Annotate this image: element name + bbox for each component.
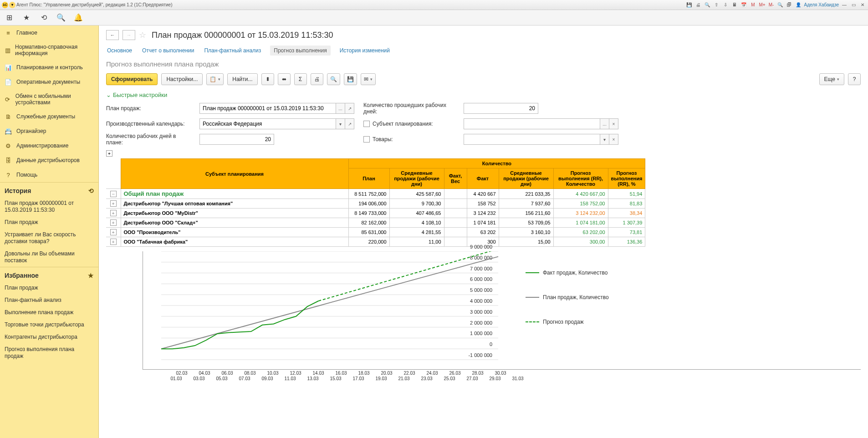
download-icon[interactable]: ⇩ (722, 1, 729, 9)
goods-input[interactable] (464, 134, 600, 145)
row-expand-button[interactable]: + (110, 229, 117, 235)
history-item[interactable]: Довольны ли Вы объемами поставок (0, 248, 98, 267)
nav-item[interactable]: 🗎Служебные документы (0, 109, 98, 124)
quick-settings-header[interactable]: ⌄ Быстрые настройки (106, 92, 861, 98)
user-name[interactable]: Аделя Хабаидзе (804, 2, 839, 7)
star-icon[interactable]: ★ (22, 13, 31, 22)
maximize-icon[interactable]: ▭ (850, 1, 857, 9)
calendar-icon[interactable]: 📅 (740, 1, 747, 9)
favorite-item[interactable]: Торговые точки дистрибьютора (0, 319, 98, 331)
calendar-open-button[interactable]: ↗ (345, 118, 354, 129)
expand-button[interactable]: ⬍ (261, 73, 274, 85)
windows-icon[interactable]: 🗐 (786, 1, 793, 9)
favorite-item[interactable]: План-фактный анализ (0, 294, 98, 306)
favorite-item[interactable]: Выполнение плана продаж (0, 306, 98, 319)
find-button[interactable]: Найти... (227, 73, 257, 85)
calendar-dd-button[interactable]: ▾ (336, 118, 345, 129)
subject-clear-button[interactable]: × (609, 118, 618, 129)
nav-item[interactable]: ⚙Администрирование (0, 138, 98, 153)
save-button[interactable]: 💾 (344, 73, 357, 85)
goods-checkbox[interactable] (363, 136, 370, 143)
row-expand-button[interactable]: – (110, 191, 117, 197)
goods-dd-button[interactable]: ▾ (600, 134, 609, 145)
save-icon[interactable]: 💾 (685, 1, 693, 9)
m-icon[interactable]: M (749, 1, 756, 9)
goods-clear-button[interactable]: × (609, 134, 618, 145)
nav-item[interactable]: 🗄Данные дистрибьюторов (0, 153, 98, 168)
subject-select-button[interactable]: ... (600, 118, 609, 129)
zoom-icon[interactable]: 🔍 (776, 1, 784, 9)
table-row[interactable]: + Дистрибьютор "Лучшая оптовая компания"… (106, 199, 645, 209)
nav-forward-button[interactable]: → (123, 30, 135, 40)
favorite-star-icon[interactable]: ☆ (139, 30, 146, 40)
history-icon[interactable]: ⟲ (39, 13, 48, 22)
table-row[interactable]: + Дистрибьютор ООО "MyDistr"8 149 733,00… (106, 209, 645, 218)
nav-item[interactable]: 📇Органайзер (0, 124, 98, 138)
search-icon[interactable]: 🔍 (56, 13, 66, 22)
favorites-star-icon[interactable]: ★ (88, 272, 94, 279)
plan-open-button[interactable]: ↗ (345, 103, 354, 114)
apps-icon[interactable]: ⊞ (5, 13, 14, 22)
settings-button[interactable]: Настройки... (161, 73, 203, 85)
favorite-item[interactable]: Прогноз выполнения плана продаж (0, 343, 98, 362)
row-expand-button[interactable]: + (110, 200, 117, 207)
history-reload-icon[interactable]: ⟲ (88, 187, 94, 194)
expand-all-button[interactable]: + (106, 150, 112, 157)
tab[interactable]: Прогноз выполнения (270, 46, 330, 56)
help-button[interactable]: ? (848, 73, 861, 85)
app-title: Агент Плюс: "Управление дистрибуцией", р… (16, 2, 172, 7)
plan-select-button[interactable]: ... (336, 103, 345, 114)
row-expand-button[interactable]: + (110, 239, 117, 245)
more-button[interactable]: Еще▾ (819, 73, 844, 85)
sum-button[interactable]: Σ (294, 73, 307, 85)
workdays-label: Количество рабочих дней в плане: (106, 133, 190, 146)
table-row[interactable]: + ООО "Табачная фабрика"220,00011,003001… (106, 237, 645, 247)
calendar-input[interactable] (199, 118, 336, 129)
print-button[interactable]: 🖨 (311, 73, 323, 85)
collapse-button[interactable]: ⬌ (278, 73, 291, 85)
workdays-input[interactable] (199, 134, 274, 145)
table-row[interactable]: – Общий план продаж8 511 752,000425 587,… (106, 189, 645, 199)
mplus-icon[interactable]: M+ (758, 1, 766, 9)
nav-item[interactable]: ▥Нормативно-справочная информация (0, 40, 98, 60)
nav-item[interactable]: 📄Оперативные документы (0, 75, 98, 89)
minimize-icon[interactable]: — (841, 1, 848, 9)
history-item[interactable]: План продаж (0, 216, 98, 229)
upload-icon[interactable]: ⇧ (713, 1, 720, 9)
nav-item[interactable]: 📊Планирование и контроль (0, 60, 98, 75)
nav-item[interactable]: ?Помощь (0, 168, 98, 182)
generate-button[interactable]: Сформировать (106, 73, 158, 85)
close-icon[interactable]: ✕ (859, 1, 866, 9)
user-icon: 👤 (795, 1, 802, 9)
tab[interactable]: План-фактный анализ (203, 46, 262, 56)
favorite-item[interactable]: Контрагенты дистрибьютора (0, 331, 98, 343)
tab[interactable]: Основное (106, 46, 133, 56)
nav-item[interactable]: ⟳Обмен с мобильными устройствами (0, 89, 98, 109)
history-item[interactable]: Устраивает ли Вас скорость доставки това… (0, 229, 98, 248)
bell-icon[interactable]: 🔔 (74, 13, 83, 22)
print-icon[interactable]: 🖨 (694, 1, 702, 9)
table-row[interactable]: + ООО "Производитель"85 631,0004 281,556… (106, 228, 645, 237)
tab[interactable]: История изменений (339, 46, 391, 56)
favorite-item[interactable]: План продаж (0, 282, 98, 294)
tab[interactable]: Отчет о выполнении (141, 46, 195, 56)
table-row[interactable]: + Дистрибьютор ООО "Склад+"82 162,0004 1… (106, 218, 645, 228)
passed-input[interactable] (464, 103, 538, 114)
calc-icon[interactable]: 🖩 (731, 1, 738, 9)
subject-checkbox[interactable] (363, 121, 370, 127)
row-expand-button[interactable]: + (110, 210, 117, 216)
subject-label: Субъект планирования: (363, 121, 454, 127)
preview-button[interactable]: 🔍 (327, 73, 340, 85)
mminus-icon[interactable]: M- (767, 1, 775, 9)
paste-button[interactable]: 📋▾ (206, 73, 224, 85)
email-button[interactable]: ✉▾ (361, 73, 376, 85)
app-icon-2: ▾ (9, 2, 15, 8)
nav-label: Планирование и контроль (16, 64, 83, 71)
history-item[interactable]: План продаж 000000001 от 15.03.2019 11:5… (0, 197, 98, 216)
nav-back-button[interactable]: ← (106, 30, 119, 40)
plan-input[interactable] (199, 103, 336, 114)
nav-item[interactable]: ≡Главное (0, 25, 98, 40)
preview-icon[interactable]: 🔍 (704, 1, 711, 9)
subject-input[interactable] (464, 118, 600, 129)
row-expand-button[interactable]: + (110, 219, 117, 226)
